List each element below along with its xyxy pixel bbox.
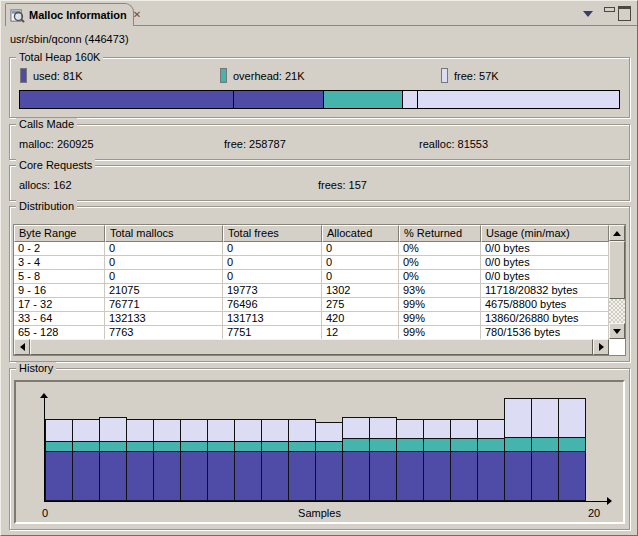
table-cell: 13860/26880 bytes	[481, 312, 609, 326]
table-cell: 99%	[399, 326, 481, 339]
group-title-calls-made: Calls Made	[16, 118, 77, 130]
history-bar-segment-used	[450, 451, 478, 501]
history-bar-segment-overhead	[180, 441, 208, 451]
history-bar	[45, 419, 73, 501]
table-cell: 0/0 bytes	[481, 242, 609, 256]
history-bar	[450, 419, 478, 501]
table-row[interactable]: 65 - 128776377511299%780/1536 bytes	[14, 326, 609, 339]
history-bar	[504, 398, 532, 501]
table-cell: 5 - 8	[14, 270, 105, 284]
table-cell: 0	[223, 256, 322, 270]
table-cell: 0	[105, 242, 223, 256]
group-calls-made: Calls Made malloc: 260925 free: 258787 r…	[9, 124, 630, 160]
history-bar-segment-free	[450, 419, 478, 438]
distribution-table: Byte RangeTotal mallocsTotal freesAlloca…	[13, 224, 626, 356]
view-menu-icon[interactable]	[583, 11, 593, 17]
malloc-view-icon	[10, 8, 25, 23]
realloc-count-label: realloc: 81553	[419, 138, 488, 150]
table-cell: 0%	[399, 270, 481, 284]
group-core-requests: Core Requests allocs: 162 frees: 157	[9, 165, 630, 201]
horizontal-scrollbar[interactable]	[14, 339, 609, 355]
table-row[interactable]: 3 - 40000%0/0 bytes	[14, 256, 609, 270]
history-bar-segment-used	[342, 451, 370, 501]
table-cell: 76771	[105, 298, 223, 312]
heap-legend-item: overhead: 21K	[220, 68, 305, 83]
history-bar-segment-free	[369, 417, 397, 438]
history-bar-segment-overhead	[423, 438, 451, 451]
history-bar	[369, 417, 397, 501]
history-bar-segment-free	[180, 419, 208, 441]
history-bar-segment-free	[126, 419, 154, 441]
history-bar-segment-overhead	[261, 441, 289, 451]
table-cell: 3 - 4	[14, 256, 105, 270]
scroll-up-button[interactable]	[609, 225, 625, 241]
column-header--returned[interactable]: % Returned	[399, 225, 481, 242]
history-bar	[315, 422, 343, 501]
history-bar-segment-used	[288, 451, 316, 501]
table-row[interactable]: 9 - 162107519773130293%11718/20832 bytes	[14, 284, 609, 298]
column-header-allocated[interactable]: Allocated	[322, 225, 399, 242]
scroll-down-button[interactable]	[609, 323, 625, 339]
tab-malloc-information[interactable]: Malloc Information ✕	[5, 3, 134, 26]
frees-count-label: frees: 157	[318, 179, 367, 191]
legend-label: used: 81K	[33, 70, 83, 82]
maximize-button[interactable]	[618, 6, 631, 21]
column-header-total-mallocs[interactable]: Total mallocs	[105, 225, 223, 242]
history-chart-panel: 0 Samples 20	[14, 380, 625, 524]
history-bar	[423, 419, 451, 501]
heap-usage-bar	[19, 90, 620, 109]
table-cell: 21075	[105, 284, 223, 298]
table-cell: 93%	[399, 284, 481, 298]
horizontal-scrollbar-thumb[interactable]	[30, 339, 593, 355]
table-cell: 131713	[223, 312, 322, 326]
table-row[interactable]: 17 - 32767717649627599%4675/8800 bytes	[14, 298, 609, 312]
history-bar-segment-free	[207, 419, 235, 441]
scroll-right-button[interactable]	[593, 339, 609, 355]
history-bar-segment-free	[504, 398, 532, 437]
malloc-count-label: malloc: 260925	[19, 138, 94, 150]
legend-swatch-icon	[220, 68, 227, 83]
legend-label: overhead: 21K	[233, 70, 305, 82]
heap-legend-item: free: 57K	[441, 68, 499, 83]
table-cell: 4675/8800 bytes	[481, 298, 609, 312]
tab-close-icon[interactable]: ✕	[133, 10, 141, 20]
history-bar-segment-used	[126, 451, 154, 501]
table-cell: 0	[322, 242, 399, 256]
group-title-core-requests: Core Requests	[16, 159, 95, 171]
down-arrow-icon	[613, 329, 621, 334]
table-cell: 19773	[223, 284, 322, 298]
history-bar-segment-used	[234, 451, 262, 501]
scroll-left-button[interactable]	[14, 339, 30, 355]
table-row[interactable]: 5 - 80000%0/0 bytes	[14, 270, 609, 284]
table-cell: 76496	[223, 298, 322, 312]
legend-label: free: 57K	[454, 70, 499, 82]
heap-legend-item: used: 81K	[20, 68, 83, 83]
table-cell: 0 - 2	[14, 242, 105, 256]
history-bar-segment-free	[477, 419, 505, 438]
history-bar-segment-overhead	[153, 441, 181, 451]
table-cell: 0	[322, 270, 399, 284]
history-bar-segment-overhead	[99, 441, 127, 451]
history-bar-segment-used	[207, 451, 235, 501]
history-bar-segment-overhead	[126, 441, 154, 451]
vertical-scrollbar-thumb[interactable]	[609, 241, 625, 299]
history-bar-segment-free	[423, 419, 451, 438]
table-cell: 0/0 bytes	[481, 256, 609, 270]
history-bar-segment-used	[315, 451, 343, 501]
minimize-button[interactable]	[604, 7, 615, 12]
allocs-count-label: allocs: 162	[19, 179, 72, 191]
vertical-scrollbar[interactable]	[609, 225, 625, 339]
table-cell: 0%	[399, 242, 481, 256]
history-bar-segment-free	[396, 419, 424, 438]
column-header-total-frees[interactable]: Total frees	[223, 225, 322, 242]
column-header-usage-min-max-[interactable]: Usage (min/max)	[481, 225, 609, 242]
column-header-byte-range[interactable]: Byte Range	[14, 225, 105, 242]
history-bar	[396, 419, 424, 501]
history-x-axis	[44, 501, 611, 502]
table-row[interactable]: 33 - 6413213313171342099%13860/26880 byt…	[14, 312, 609, 326]
free-count-label: free: 258787	[224, 138, 286, 150]
history-bar-segment-free	[531, 398, 559, 437]
table-cell: 0	[105, 256, 223, 270]
table-row[interactable]: 0 - 20000%0/0 bytes	[14, 242, 609, 256]
table-cell: 0	[223, 270, 322, 284]
